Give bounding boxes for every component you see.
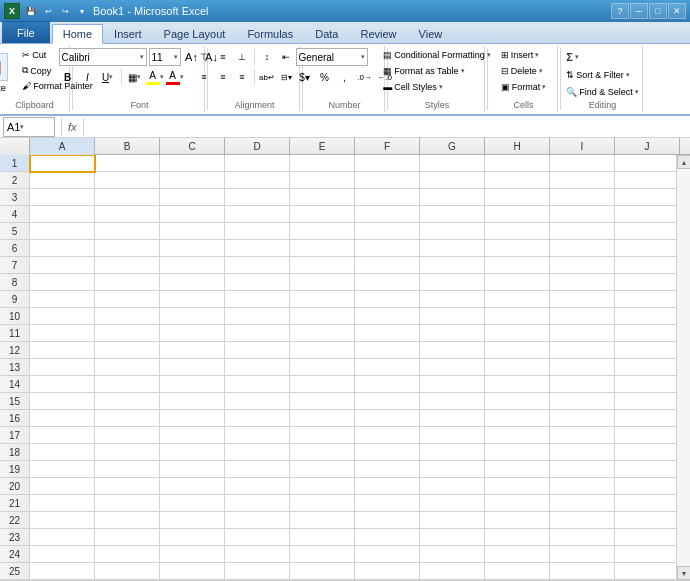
cell-H25[interactable] (485, 563, 550, 580)
cell-I13[interactable] (550, 359, 615, 376)
cell-G14[interactable] (420, 376, 485, 393)
cell-I6[interactable] (550, 240, 615, 257)
cell-styles-button[interactable]: ▬ Cell Styles ▾ (376, 80, 450, 94)
cell-J19[interactable] (615, 461, 676, 478)
cell-D6[interactable] (225, 240, 290, 257)
cell-G24[interactable] (420, 546, 485, 563)
quick-access-undo[interactable]: ↩ (41, 5, 55, 17)
close-button[interactable]: ✕ (668, 3, 686, 19)
cell-E13[interactable] (290, 359, 355, 376)
merge-center-button[interactable]: ⊟▾ (277, 68, 295, 86)
cell-F7[interactable] (355, 257, 420, 274)
cell-G1[interactable] (420, 155, 485, 172)
cell-B2[interactable] (95, 172, 160, 189)
cell-F10[interactable] (355, 308, 420, 325)
row-header-5[interactable]: 5 (0, 223, 30, 240)
row-header-8[interactable]: 8 (0, 274, 30, 291)
cell-H10[interactable] (485, 308, 550, 325)
cell-C4[interactable] (160, 206, 225, 223)
cell-A12[interactable] (30, 342, 95, 359)
cell-J17[interactable] (615, 427, 676, 444)
cell-I15[interactable] (550, 393, 615, 410)
cell-F25[interactable] (355, 563, 420, 580)
tab-review[interactable]: Review (349, 23, 407, 43)
cell-J11[interactable] (615, 325, 676, 342)
cell-C20[interactable] (160, 478, 225, 495)
cell-H22[interactable] (485, 512, 550, 529)
cell-F16[interactable] (355, 410, 420, 427)
cell-F6[interactable] (355, 240, 420, 257)
cell-J6[interactable] (615, 240, 676, 257)
align-left-button[interactable]: ≡ (195, 68, 213, 86)
row-header-7[interactable]: 7 (0, 257, 30, 274)
cell-G21[interactable] (420, 495, 485, 512)
cell-B16[interactable] (95, 410, 160, 427)
cell-C21[interactable] (160, 495, 225, 512)
restore-button[interactable]: □ (649, 3, 667, 19)
cell-B20[interactable] (95, 478, 160, 495)
cell-I16[interactable] (550, 410, 615, 427)
cell-F8[interactable] (355, 274, 420, 291)
cell-G7[interactable] (420, 257, 485, 274)
font-name-dropdown[interactable]: Calibri ▾ (59, 48, 147, 66)
cell-D12[interactable] (225, 342, 290, 359)
cell-A1[interactable] (30, 155, 95, 172)
align-right-button[interactable]: ≡ (233, 68, 251, 86)
cell-E25[interactable] (290, 563, 355, 580)
col-header-E[interactable]: E (290, 138, 355, 155)
cell-E10[interactable] (290, 308, 355, 325)
cell-C15[interactable] (160, 393, 225, 410)
cell-H18[interactable] (485, 444, 550, 461)
cell-E22[interactable] (290, 512, 355, 529)
row-header-13[interactable]: 13 (0, 359, 30, 376)
cell-J12[interactable] (615, 342, 676, 359)
sort-filter-button[interactable]: ⇅ Sort & Filter ▾ (561, 67, 635, 83)
cell-E17[interactable] (290, 427, 355, 444)
cell-C2[interactable] (160, 172, 225, 189)
cell-A8[interactable] (30, 274, 95, 291)
cell-J20[interactable] (615, 478, 676, 495)
cell-J24[interactable] (615, 546, 676, 563)
cell-C22[interactable] (160, 512, 225, 529)
cell-H3[interactable] (485, 189, 550, 206)
fill-color-button[interactable]: A ▾ (146, 68, 164, 86)
row-header-14[interactable]: 14 (0, 376, 30, 393)
currency-button[interactable]: $▾ (296, 68, 314, 86)
cell-D18[interactable] (225, 444, 290, 461)
cell-A13[interactable] (30, 359, 95, 376)
cell-F21[interactable] (355, 495, 420, 512)
cell-B25[interactable] (95, 563, 160, 580)
cell-A14[interactable] (30, 376, 95, 393)
cell-H1[interactable] (485, 155, 550, 172)
cell-J14[interactable] (615, 376, 676, 393)
cell-A25[interactable] (30, 563, 95, 580)
cell-I21[interactable] (550, 495, 615, 512)
cell-E20[interactable] (290, 478, 355, 495)
scroll-vertical-track[interactable] (677, 169, 690, 566)
cell-A23[interactable] (30, 529, 95, 546)
cell-F13[interactable] (355, 359, 420, 376)
cell-G5[interactable] (420, 223, 485, 240)
cell-B22[interactable] (95, 512, 160, 529)
tab-view[interactable]: View (408, 23, 454, 43)
cell-J5[interactable] (615, 223, 676, 240)
cell-A5[interactable] (30, 223, 95, 240)
cell-J7[interactable] (615, 257, 676, 274)
cell-B5[interactable] (95, 223, 160, 240)
cell-E12[interactable] (290, 342, 355, 359)
row-header-1[interactable]: 1 (0, 155, 30, 172)
cell-G23[interactable] (420, 529, 485, 546)
cell-B7[interactable] (95, 257, 160, 274)
cell-B4[interactable] (95, 206, 160, 223)
cell-H2[interactable] (485, 172, 550, 189)
cell-A3[interactable] (30, 189, 95, 206)
cell-B23[interactable] (95, 529, 160, 546)
cell-H20[interactable] (485, 478, 550, 495)
cell-I1[interactable] (550, 155, 615, 172)
cell-E21[interactable] (290, 495, 355, 512)
cell-E11[interactable] (290, 325, 355, 342)
cell-H19[interactable] (485, 461, 550, 478)
cell-G25[interactable] (420, 563, 485, 580)
cell-H21[interactable] (485, 495, 550, 512)
cell-E7[interactable] (290, 257, 355, 274)
